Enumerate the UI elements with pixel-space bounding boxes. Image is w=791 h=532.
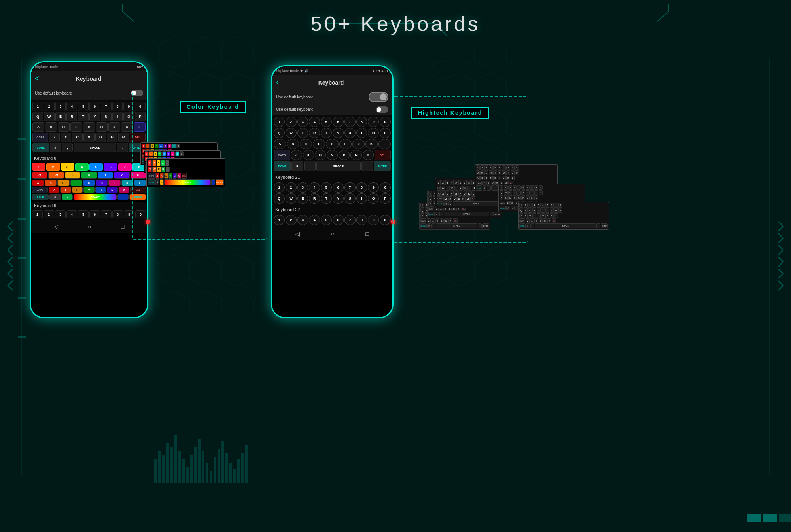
- key-7[interactable]: 7: [101, 102, 112, 111]
- back-button-left[interactable]: <: [35, 74, 39, 83]
- keyboard-9-label: Keyboard 9: [31, 202, 147, 209]
- status-battery-right: 100+ 4:21: [373, 69, 388, 73]
- svg-rect-28: [779, 514, 791, 522]
- stacked-kb-6: 1234567890 QWERTYUIOP ASDFGHJKL CAPSZXVB…: [518, 202, 609, 230]
- key-j[interactable]: J: [108, 122, 120, 132]
- svg-rect-21: [18, 178, 26, 180]
- glow-dot-left: [146, 220, 150, 224]
- svg-rect-41: [202, 451, 204, 483]
- top-bar-title-right: Keyboard: [282, 80, 380, 86]
- color-keyboard-preview: 1 2 3 4 5 6 7 8 Q W E R T Y U A S D: [31, 162, 147, 202]
- key-f[interactable]: F: [70, 122, 82, 132]
- svg-rect-30: [158, 451, 161, 483]
- toggle-label-right2: Use default keyboard: [276, 107, 314, 112]
- key-t[interactable]: T: [78, 112, 89, 121]
- key-space-left[interactable]: SPACE: [74, 143, 116, 152]
- svg-rect-45: [218, 449, 220, 483]
- toggle-switch-left[interactable]: [131, 90, 143, 96]
- key-x[interactable]: X: [61, 133, 71, 142]
- status-bar-right: Airplane mode ✈ 🔊 100+ 4:21: [272, 66, 392, 75]
- svg-line-7: [123, 12, 134, 22]
- toggle-switch-right2[interactable]: [376, 106, 388, 113]
- keyboard-area-right: 1 2 3 4 5 6 7 8 9 0 Q W E R T Y U I O: [272, 115, 392, 174]
- key-period-left[interactable]: .: [117, 143, 128, 152]
- q-row-left: Q W E R T Y U I O P: [32, 112, 146, 121]
- key-a[interactable]: A: [32, 122, 44, 132]
- nav-back-right[interactable]: ◁: [295, 231, 300, 237]
- phone-right: Airplane mode ✈ 🔊 100+ 4:21 ‹ Keyboard U…: [271, 65, 394, 318]
- svg-rect-25: [18, 336, 26, 338]
- a-row-left: A S D F G H J K L: [32, 122, 146, 132]
- key-v[interactable]: V: [83, 133, 94, 142]
- key-8[interactable]: 8: [112, 102, 123, 111]
- top-bar-left: < Keyboard: [31, 71, 147, 86]
- key-q[interactable]: Q: [32, 112, 43, 121]
- key-0[interactable]: 0: [135, 102, 146, 111]
- key-s[interactable]: S: [45, 122, 57, 132]
- key-6[interactable]: 6: [89, 102, 100, 111]
- toggle-row-left: Use default keyboard: [31, 86, 147, 100]
- nav-recent-right[interactable]: □: [365, 231, 369, 237]
- svg-rect-38: [190, 455, 193, 483]
- nav-bar-right: ◁ ○ □: [272, 227, 392, 240]
- key-c[interactable]: C: [72, 133, 83, 142]
- key-5[interactable]: 5: [78, 102, 89, 111]
- svg-rect-24: [18, 297, 26, 299]
- key-3[interactable]: 3: [55, 102, 66, 111]
- back-button-right[interactable]: ‹: [276, 78, 278, 87]
- key-y[interactable]: Y: [89, 112, 100, 121]
- floating-kb-main: 1 2 3 4 ... Q W E R ... CAPS Z X C V B N…: [146, 158, 225, 187]
- key-r[interactable]: R: [66, 112, 77, 121]
- key-del-left[interactable]: DEL: [130, 133, 146, 142]
- svg-rect-47: [225, 453, 228, 483]
- key-2[interactable]: 2: [44, 102, 55, 111]
- svg-rect-51: [241, 453, 244, 483]
- nav-home-right[interactable]: ○: [331, 231, 334, 237]
- svg-rect-34: [174, 435, 177, 483]
- key-w[interactable]: W: [44, 112, 55, 121]
- svg-rect-43: [210, 471, 212, 483]
- svg-rect-33: [170, 447, 173, 483]
- key-n[interactable]: N: [107, 133, 117, 142]
- toggle-label-right: Use default keyboard: [276, 95, 314, 99]
- svg-rect-49: [233, 469, 236, 483]
- key-g[interactable]: G: [83, 122, 95, 132]
- key-caps-left[interactable]: CAPS: [32, 133, 48, 142]
- svg-rect-35: [178, 451, 181, 483]
- nav-bar-left: ◁ ○ □: [31, 220, 147, 233]
- key-hash-left[interactable]: #: [50, 143, 61, 152]
- svg-rect-50: [237, 459, 240, 483]
- hightech-keyboard-label: Hightech Keyboard: [411, 107, 489, 119]
- svg-rect-22: [18, 218, 26, 220]
- svg-rect-29: [154, 459, 157, 483]
- z-row-left: CAPS Z X C V B N M DEL: [32, 133, 146, 142]
- key-1[interactable]: 1: [32, 102, 43, 111]
- svg-rect-20: [18, 138, 26, 140]
- nav-back-left[interactable]: ◁: [54, 223, 58, 230]
- top-bar-right: ‹ Keyboard: [272, 75, 392, 90]
- key-b[interactable]: B: [95, 133, 106, 142]
- key-d[interactable]: D: [58, 122, 70, 132]
- key-k[interactable]: K: [121, 122, 133, 132]
- key-o[interactable]: O: [123, 112, 134, 121]
- nav-home-left[interactable]: ○: [88, 223, 91, 230]
- key-u[interactable]: U: [101, 112, 112, 121]
- toggle-switch-right[interactable]: [369, 92, 388, 102]
- key-l[interactable]: L: [134, 122, 146, 132]
- key-m[interactable]: M: [118, 133, 129, 142]
- key-h[interactable]: H: [96, 122, 108, 132]
- nav-recent-left[interactable]: □: [121, 223, 124, 230]
- top-bar-title-left: Keyboard: [42, 76, 135, 82]
- key-z[interactable]: Z: [49, 133, 60, 142]
- key-p[interactable]: P: [135, 112, 146, 121]
- key-e[interactable]: E: [55, 112, 66, 121]
- key-done-left[interactable]: DONE: [32, 143, 49, 152]
- key-4[interactable]: 4: [66, 102, 77, 111]
- svg-rect-52: [245, 445, 248, 483]
- key-comma-left[interactable]: ,: [62, 143, 73, 152]
- key-9[interactable]: 9: [123, 102, 134, 111]
- key-i[interactable]: I: [112, 112, 123, 121]
- phone-left: Airplane mode 100+ < Keyboard Use defaul…: [30, 61, 148, 318]
- keyboard-22-label: Keyboard 22: [272, 206, 392, 213]
- svg-rect-44: [214, 457, 216, 483]
